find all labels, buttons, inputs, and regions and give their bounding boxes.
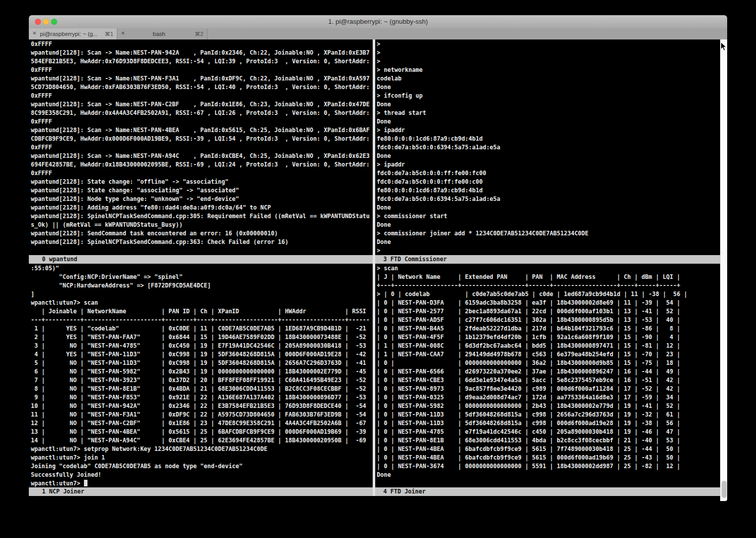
tab-shortcut: ⌘2 bbox=[195, 28, 203, 39]
pane-wpantund-log[interactable]: 0xFFFF wpantund[2128]: Scan -> Name:NEST… bbox=[29, 39, 375, 256]
pane-status-ncp-joiner: 1 NCP Joiner bbox=[29, 487, 373, 496]
tab-shortcut: ⌘1 bbox=[105, 28, 113, 39]
desktop: 1. pi@raspberrypi: ~ (gnubby-ssh) ✕ pi@r… bbox=[0, 0, 756, 538]
pane-status-wpantund: 0 wpantund bbox=[29, 255, 373, 264]
close-tab-icon[interactable]: ✕ bbox=[121, 30, 125, 36]
shell-prompt: wpanctl:utun7> bbox=[31, 480, 84, 487]
pane-status-ftd-joiner: 4 FTD Joiner bbox=[375, 487, 720, 496]
terminal-window: 1. pi@raspberrypi: ~ (gnubby-ssh) ✕ pi@r… bbox=[29, 15, 727, 501]
scrollbar-thumb[interactable] bbox=[722, 481, 727, 498]
tab-label: pi@raspberrypi: ~ (g... bbox=[40, 28, 100, 39]
scrollbar-track[interactable] bbox=[720, 39, 727, 501]
tab-bar: ✕ pi@raspberrypi: ~ (g... ⌘1 ✕ bash ⌘2 bbox=[29, 28, 727, 40]
close-tab-icon[interactable]: ✕ bbox=[32, 30, 36, 36]
mouse-cursor-icon bbox=[720, 42, 727, 52]
pane-ftd-commissioner[interactable]: > > > > networkname codelab Done > ifcon… bbox=[375, 39, 722, 256]
tab-ssh-session[interactable]: ✕ pi@raspberrypi: ~ (g... ⌘1 bbox=[29, 28, 117, 39]
window-title: 1. pi@raspberrypi: ~ (gnubby-ssh) bbox=[29, 15, 727, 28]
pane-divider[interactable] bbox=[373, 39, 375, 496]
window-titlebar[interactable]: 1. pi@raspberrypi: ~ (gnubby-ssh) bbox=[29, 15, 727, 29]
tab-label: bash bbox=[128, 28, 190, 39]
terminal-content: 0xFFFF wpantund[2128]: Scan -> Name:NEST… bbox=[29, 39, 727, 501]
text-cursor bbox=[84, 480, 87, 486]
tab-bash[interactable]: ✕ bash ⌘2 bbox=[117, 28, 207, 39]
shell-prompt-line[interactable]: wpanctl:utun7> bbox=[31, 479, 87, 488]
pane-ftd-joiner[interactable]: > scan | J | Network Name | Extended PAN… bbox=[375, 264, 722, 488]
pane-status-ftd-commissioner: 3 FTD Commissioner bbox=[375, 255, 720, 264]
pane-ncp-joiner[interactable]: :55:05)" "Config:NCP:DriverName" => "spi… bbox=[29, 264, 375, 479]
